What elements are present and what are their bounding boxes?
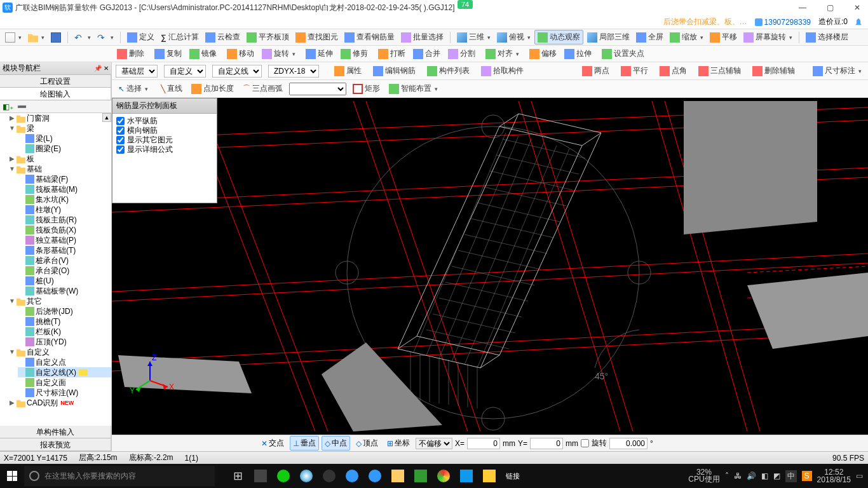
set-grip-button[interactable]: 设置夹点 xyxy=(599,47,647,60)
align-button[interactable]: 对齐 xyxy=(483,47,522,60)
ime-s-icon[interactable]: S xyxy=(802,471,812,481)
collapse-icon[interactable]: ➖ xyxy=(17,102,27,111)
current-app-icon[interactable] xyxy=(456,466,477,486)
tray-app-icon[interactable]: ◧ xyxy=(761,471,768,480)
rect-tool[interactable]: 矩形 xyxy=(350,82,383,95)
taskview-icon[interactable]: ⊞ xyxy=(227,466,248,486)
smart-place-tool[interactable]: 智能布置 xyxy=(386,82,440,95)
floor-select[interactable]: 基础层 xyxy=(116,65,158,78)
sum-button[interactable]: ∑汇总计算 xyxy=(158,30,201,44)
rebar-opt-1[interactable]: 横向钢筋 xyxy=(116,126,213,135)
account-label[interactable]: 13907298339 xyxy=(755,18,811,27)
expand-icon[interactable]: ◧₊ xyxy=(3,102,13,111)
tray-app2-icon[interactable]: ◩ xyxy=(773,471,780,480)
break-button[interactable]: 打断 xyxy=(376,47,408,60)
dynamic-view-button[interactable]: 动态观察 xyxy=(534,30,583,44)
y-input[interactable] xyxy=(530,438,563,449)
snap-intersect[interactable]: ✕交点 xyxy=(258,436,287,451)
ie-icon-2[interactable] xyxy=(365,466,385,486)
tray-vol-icon[interactable]: 🔊 xyxy=(747,471,756,480)
rebar-opt-3[interactable]: 显示详细公式 xyxy=(116,145,213,154)
new-button[interactable] xyxy=(3,31,24,44)
mirror-button[interactable]: 镜像 xyxy=(187,47,219,60)
close-button[interactable]: ✕ xyxy=(849,3,865,12)
start-button[interactable] xyxy=(0,464,24,488)
tray-clock[interactable]: 12:522018/8/15 xyxy=(817,468,851,484)
cloud-check-button[interactable]: 云检查 xyxy=(203,30,243,44)
snap-perpendicular[interactable]: ⊥垂点 xyxy=(290,436,319,451)
windows-taskbar[interactable]: 在这里输入你要搜索的内容 ⊞ 链接 32%CPU使用 ˄ 🖧 🔊 ◧ ◩ 中 S… xyxy=(0,464,868,488)
flat-slab-button[interactable]: 平齐板顶 xyxy=(244,30,292,44)
viewport-3d[interactable]: Z X Y 45° 钢筋显示控制面板 水平纵筋 横向钢筋 显示其它图元 显示详细… xyxy=(112,98,868,435)
warning-text[interactable]: 后浇带会扣减梁、板、… xyxy=(663,17,747,27)
stretch-button[interactable]: 拉伸 xyxy=(562,47,594,60)
search-box[interactable]: 在这里输入你要搜索的内容 xyxy=(24,466,215,486)
two-point-button[interactable]: 两点 xyxy=(580,64,612,78)
pt-length-tool[interactable]: 点加长度 xyxy=(189,82,236,95)
parallel-button[interactable]: 平行 xyxy=(618,64,651,78)
delete-button[interactable]: 删除 xyxy=(114,47,147,60)
ime-badge[interactable]: 中 xyxy=(785,470,797,482)
offset-mode[interactable]: 不偏移 xyxy=(416,438,452,449)
subcat-select[interactable]: 自定义线 xyxy=(212,65,262,78)
save-button[interactable] xyxy=(48,31,64,44)
find-element-button[interactable]: 查找图元 xyxy=(293,30,341,44)
app-icon-2[interactable] xyxy=(273,466,294,486)
rebar-opt-0[interactable]: 水平纵筋 xyxy=(116,116,213,126)
snap-midpoint[interactable]: ◇中点 xyxy=(322,436,350,451)
pt-angle-button[interactable]: 点角 xyxy=(657,64,689,78)
batch-select-button[interactable]: 批量选择 xyxy=(398,30,446,44)
top-view-button[interactable]: 俯视 xyxy=(494,30,533,44)
line-tool[interactable]: ╲直线 xyxy=(158,82,185,95)
tab-project-settings[interactable]: 工程设置 xyxy=(0,75,111,87)
edit-rebar-button[interactable]: 编辑钢筋 xyxy=(370,64,418,78)
comp-list-button[interactable]: 构件列表 xyxy=(424,64,472,78)
merge-button[interactable]: 合并 xyxy=(410,47,443,60)
del-axis-button[interactable]: 删除辅轴 xyxy=(750,64,797,78)
rotate-button[interactable]: 旋转 xyxy=(259,47,298,60)
tab-draw-input[interactable]: 绘图输入 xyxy=(0,88,111,100)
trim-button[interactable]: 修剪 xyxy=(338,47,370,60)
offset-button[interactable]: 偏移 xyxy=(527,47,559,60)
rebar-display-panel[interactable]: 钢筋显示控制面板 水平纵筋 横向钢筋 显示其它图元 显示详细公式 xyxy=(112,98,217,203)
undo-button[interactable] xyxy=(72,31,93,44)
edge-icon[interactable] xyxy=(296,466,316,486)
app-icon-1[interactable] xyxy=(250,466,271,486)
snap-coord[interactable]: ⊞坐标 xyxy=(384,436,413,451)
tray-up-icon[interactable]: ˄ xyxy=(725,471,729,480)
cpu-meter[interactable]: 32%CPU使用 xyxy=(688,469,719,483)
redo-button[interactable] xyxy=(95,31,116,44)
three-pt-axis-button[interactable]: 三点辅轴 xyxy=(696,64,743,78)
tab-single-input[interactable]: 单构件输入 xyxy=(0,426,111,438)
rotate-input[interactable] xyxy=(609,438,648,449)
select-floor-button[interactable]: 选择楼层 xyxy=(803,30,851,44)
extend-button[interactable]: 延伸 xyxy=(303,47,336,60)
split-button[interactable]: 分割 xyxy=(445,47,478,60)
arc-options[interactable] xyxy=(289,83,346,95)
move-button[interactable]: 移动 xyxy=(224,47,257,60)
notes-icon[interactable] xyxy=(479,466,499,486)
chrome-icon[interactable] xyxy=(433,466,454,486)
view-qty-button[interactable]: 查看钢筋量 xyxy=(342,30,397,44)
copy-button[interactable]: 复制 xyxy=(152,47,184,60)
pick-comp-button[interactable]: 拾取构件 xyxy=(478,64,526,78)
local3d-button[interactable]: 局部三维 xyxy=(585,30,632,44)
define-button[interactable]: 定义 xyxy=(125,30,157,44)
tree-scroll-up[interactable]: ▲ xyxy=(102,113,111,122)
tray-net-icon[interactable]: 🖧 xyxy=(734,471,742,480)
select-tool[interactable]: ↖选择 xyxy=(116,82,151,95)
arc3-tool[interactable]: ⌒三点画弧 xyxy=(240,82,285,95)
tab-report[interactable]: 报表预览 xyxy=(0,438,111,451)
category-select[interactable]: 自定义 xyxy=(164,65,206,78)
component-select[interactable]: ZDYX-18 xyxy=(268,65,319,78)
screen-rotate-button[interactable]: 屏幕旋转 xyxy=(741,30,795,44)
pan-button[interactable]: 平移 xyxy=(707,30,740,44)
model-tree[interactable]: ▲ ▶门窗洞 ▼梁 梁(L) 圈梁(E) ▶板 ▼基础 基础梁(F) 筏板基础(… xyxy=(0,113,111,426)
minimize-button[interactable]: — xyxy=(794,3,811,12)
rebar-opt-2[interactable]: 显示其它图元 xyxy=(116,135,213,145)
zoom-button[interactable]: 缩放 xyxy=(667,30,706,44)
view3d-button[interactable]: 三维 xyxy=(454,30,493,44)
app-icon-3[interactable] xyxy=(410,466,431,486)
pin-icon[interactable]: 📌 ✕ xyxy=(94,65,109,72)
link-label[interactable]: 链接 xyxy=(506,471,520,481)
